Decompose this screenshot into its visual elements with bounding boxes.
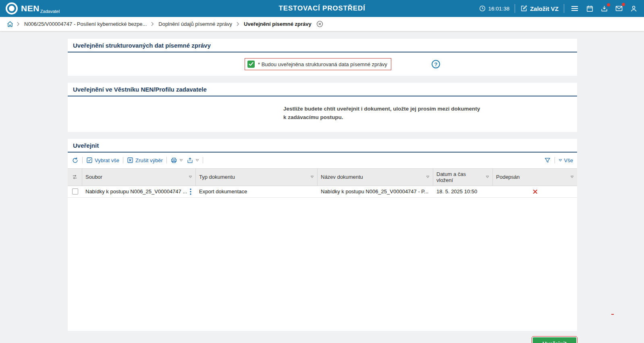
grid-toolbar-right: Vše	[544, 157, 573, 164]
divider	[123, 157, 123, 163]
clear-selection-label: Zrušit výběr	[135, 157, 163, 163]
breadcrumb-item-current: Uveřejnění písemné zprávy	[244, 21, 312, 27]
notification-badge	[622, 3, 625, 6]
table-row[interactable]: Nabídky k postupu N006_25_V00004747 ... …	[68, 186, 577, 198]
checkbox-checked-icon	[86, 157, 93, 163]
chevron-right-icon	[237, 22, 239, 26]
printer-icon	[170, 157, 177, 164]
funnel-icon	[544, 157, 551, 164]
logo-text: NEN	[21, 4, 39, 13]
print-button[interactable]	[170, 157, 183, 164]
close-tab-button[interactable]	[316, 21, 323, 27]
view-all-label: Vše	[564, 157, 573, 163]
current-time: 16:01:38	[488, 6, 510, 12]
select-all-label: Vybrat vše	[95, 157, 119, 163]
messages-button[interactable]	[614, 4, 624, 13]
breadcrumb-item-report[interactable]: Doplnění údajů písemné zprávy	[158, 21, 232, 27]
row-select-cell	[68, 186, 82, 197]
breadcrumb-item-procedure[interactable]: N006/25/V00004747 - Posílení kybernetick…	[24, 21, 147, 27]
home-icon	[6, 21, 14, 28]
publish-section: Uveřejnit Vybrat vše Zrušit výběr	[68, 139, 577, 331]
column-label: Soubor	[85, 174, 102, 180]
downloads-button[interactable]	[600, 4, 609, 13]
hamburger-icon	[570, 4, 579, 13]
refresh-button[interactable]	[72, 157, 79, 164]
structured-data-checkbox-label: * Budou uveřejněna strukturovaná data pí…	[258, 61, 387, 67]
column-label: Datum a čas vložení	[436, 171, 483, 183]
select-all-button[interactable]: Vybrat vše	[86, 157, 119, 163]
row-menu-button[interactable]	[189, 188, 193, 196]
section-title: Uveřejnit	[68, 139, 577, 153]
header-actions: 16:01:38 Založit VZ	[479, 3, 638, 14]
filter-caret-icon	[310, 176, 314, 178]
calendar-icon	[586, 5, 594, 13]
create-vz-button[interactable]: Založit VZ	[520, 5, 559, 12]
note-line: k zadávacímu postupu.	[283, 113, 569, 122]
user-button[interactable]	[629, 4, 638, 13]
stray-mark	[611, 314, 614, 315]
filter-caret-icon	[426, 176, 430, 178]
home-button[interactable]	[6, 21, 14, 28]
divider	[515, 4, 515, 13]
nen-logo-icon	[6, 2, 18, 15]
edit-icon	[520, 5, 528, 12]
column-header-date[interactable]: Datum a čas vložení	[433, 169, 493, 186]
row-signed-cell	[493, 186, 577, 197]
column-label: Název dokumentu	[321, 174, 363, 180]
chevron-right-icon	[151, 22, 154, 26]
column-header-select[interactable]	[68, 169, 82, 186]
publish-button[interactable]: Uveřejnit	[533, 337, 576, 343]
filter-caret-icon	[189, 176, 192, 178]
structured-data-section: Uveřejnění strukturovaných dat písemné z…	[68, 39, 577, 76]
grid-empty-area	[68, 198, 577, 331]
divider	[564, 4, 564, 13]
chevron-right-icon	[17, 22, 20, 26]
column-label: Typ dokumentu	[199, 174, 235, 180]
checkbox-x-icon	[127, 157, 133, 163]
clear-selection-button[interactable]: Zrušit výběr	[127, 157, 163, 163]
divider	[203, 157, 203, 163]
create-vz-label: Založit VZ	[530, 5, 559, 12]
row-date-cell: 18. 5. 2025 10:50	[433, 186, 493, 197]
filter-button[interactable]	[544, 157, 551, 164]
file-name: Nabídky k postupu N006_25_V00004747 ...	[85, 188, 187, 195]
export-button[interactable]	[187, 157, 199, 164]
app-header: NEN Zadavatel TESTOVACÍ PROSTŘEDÍ 16:01:…	[0, 0, 644, 17]
bulletin-note: Jestliže budete chtít uveřejnit i dokume…	[68, 96, 577, 132]
column-header-file[interactable]: Soubor	[82, 169, 196, 186]
column-header-name[interactable]: Název dokumentu	[318, 169, 433, 186]
not-signed-x-icon	[533, 189, 538, 194]
divider	[555, 157, 555, 163]
swap-arrows-icon	[71, 174, 78, 180]
menu-button[interactable]	[569, 3, 580, 14]
vertical-dots-icon	[190, 188, 191, 195]
export-icon	[187, 157, 193, 164]
environment-title: TESTOVACÍ PROSTŘEDÍ	[279, 4, 366, 13]
column-header-signed[interactable]: Podepsán	[493, 169, 577, 186]
help-icon[interactable]: ?	[432, 60, 440, 69]
main-content: Uveřejnění strukturovaných dat písemné z…	[68, 31, 577, 343]
divider	[82, 157, 83, 163]
structured-data-checkbox[interactable]	[247, 61, 255, 68]
nen-logo[interactable]: NEN Zadavatel	[6, 2, 60, 15]
column-header-type[interactable]: Typ dokumentu	[196, 169, 318, 186]
section-title: Uveřejnění strukturovaných dat písemné z…	[68, 39, 577, 52]
filter-caret-icon	[486, 176, 489, 178]
row-name-cell: Nabídky k postupu N006_25_V00004747 - P.…	[318, 186, 433, 197]
logo-subtitle: Zadavatel	[40, 9, 60, 14]
checkmark-icon	[249, 62, 253, 66]
mail-icon	[615, 4, 623, 13]
clock: 16:01:38	[479, 5, 510, 12]
row-checkbox[interactable]	[72, 188, 78, 195]
structured-data-checkbox-group: * Budou uveřejněna strukturovaná data pí…	[245, 58, 391, 70]
bulletin-section: Uveřejnění ve Věstníku NEN/Profilu zadav…	[68, 83, 577, 132]
view-all-button[interactable]: Vše	[559, 157, 573, 163]
grid-toolbar: Vybrat vše Zrušit výběr	[68, 153, 577, 168]
calendar-button[interactable]	[585, 4, 594, 13]
refresh-icon	[72, 157, 79, 164]
breadcrumb: N006/25/V00004747 - Posílení kybernetick…	[0, 17, 644, 31]
caret-down-icon	[559, 159, 562, 162]
structured-data-body: * Budou uveřejněna strukturovaná data pí…	[68, 52, 577, 76]
close-circle-icon	[316, 21, 323, 27]
filter-caret-icon	[570, 176, 574, 178]
